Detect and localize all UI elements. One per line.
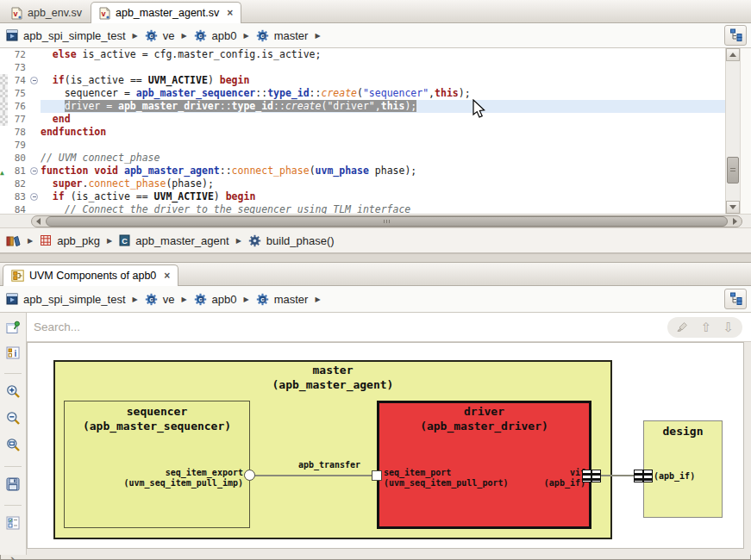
- seq-item-export-port[interactable]: [244, 470, 255, 481]
- design-if-port[interactable]: [634, 470, 653, 482]
- close-icon[interactable]: ×: [164, 271, 170, 281]
- fold-marker[interactable]: [30, 193, 38, 201]
- fold-marker[interactable]: [30, 167, 38, 175]
- chevron-right-icon[interactable]: ▶: [315, 32, 320, 40]
- tab-uvm-components[interactable]: UVM Components of apb0 ×: [3, 264, 178, 286]
- find-previous-icon[interactable]: ⇧: [701, 320, 712, 335]
- vertical-scrollbar[interactable]: [725, 48, 740, 214]
- code-text[interactable]: else is_active = cfg.master_config.is_ac…: [41, 48, 725, 61]
- chevron-right-icon[interactable]: ▶: [107, 237, 112, 245]
- tab-label: apb_master_agent.sv: [116, 7, 219, 19]
- code-text[interactable]: if(is_active == UVM_ACTIVE) begin: [41, 74, 725, 87]
- seq-item-port[interactable]: [372, 470, 382, 481]
- save-icon[interactable]: [6, 477, 20, 495]
- breadcrumb-item-apb_master_agent[interactable]: Capb_master_agent: [117, 234, 230, 247]
- line-number: 80: [8, 152, 29, 165]
- code-text[interactable]: driver = apb_master_driver::type_id::cre…: [41, 100, 725, 113]
- chevron-right-icon[interactable]: ▶: [315, 296, 320, 303]
- chevron-right-icon[interactable]: ▶: [244, 32, 249, 40]
- master-agent-title: master(apb_master_agent): [53, 363, 612, 392]
- breadcrumb-item-books[interactable]: [4, 234, 22, 246]
- toolbar-more-chevron[interactable]: ›: [10, 551, 16, 560]
- breadcrumb-item-apb_spi_simple_test[interactable]: apb_spi_simple_test: [4, 29, 128, 42]
- breadcrumb-item-build_phase()[interactable]: build_phase(): [247, 234, 336, 247]
- code-text[interactable]: endfunction: [41, 126, 725, 139]
- code-line-79[interactable]: 79: [0, 139, 725, 152]
- breadcrumb-item-master[interactable]: cmaster: [254, 29, 310, 42]
- show-details-icon[interactable]: i: [6, 346, 20, 363]
- scrollbar-track[interactable]: [726, 61, 740, 201]
- code-editor[interactable]: 72 else is_active = cfg.master_config.is…: [0, 48, 751, 214]
- zoom-in-icon[interactable]: [6, 384, 21, 402]
- code-line-81[interactable]: ▲81function void apb_master_agent::conne…: [0, 165, 725, 177]
- fold-column: [29, 177, 41, 190]
- code-line-74[interactable]: 74 if(is_active == UVM_ACTIVE) begin: [0, 74, 725, 87]
- chevron-right-icon[interactable]: ▶: [236, 237, 241, 245]
- breadcrumb-item-apb_pkg[interactable]: apb_pkg: [38, 234, 102, 247]
- code-line-78[interactable]: 78endfunction: [0, 126, 725, 139]
- code-line-80[interactable]: 80// UVM connect_phase: [0, 152, 725, 165]
- code-line-75[interactable]: 75 sequencer = apb_master_sequencer::typ…: [0, 87, 725, 100]
- chevron-right-icon[interactable]: ▶: [181, 296, 186, 303]
- horizontal-scrollbar[interactable]: [31, 215, 742, 227]
- code-line-84[interactable]: 84 // Connect the driver to the sequence…: [0, 203, 725, 214]
- clear-highlight-icon[interactable]: [676, 320, 690, 335]
- breadcrumb-item-apb0[interactable]: capb0: [192, 293, 239, 306]
- zoom-fit-icon[interactable]: [6, 438, 21, 456]
- zoom-out-icon[interactable]: [6, 411, 21, 429]
- annotation-ruler: [0, 113, 8, 126]
- find-next-icon[interactable]: ⇩: [723, 320, 734, 335]
- tab-apb-env[interactable]: v apb_env.sv: [3, 2, 91, 23]
- code-text[interactable]: function void apb_master_agent::connect_…: [41, 165, 725, 177]
- code-line-83[interactable]: 83 if (is_active == UVM_ACTIVE) begin: [0, 190, 725, 203]
- code-text[interactable]: [41, 139, 725, 152]
- chevron-right-icon[interactable]: ▶: [244, 296, 249, 303]
- pin-search-icon[interactable]: [6, 320, 21, 338]
- code-area[interactable]: 72 else is_active = cfg.master_config.is…: [0, 48, 725, 214]
- code-text[interactable]: // UVM connect_phase: [41, 152, 725, 165]
- code-text[interactable]: end: [41, 113, 725, 126]
- preferences-icon[interactable]: [6, 516, 20, 533]
- scroll-down-button[interactable]: [726, 201, 740, 214]
- code-text[interactable]: sequencer = apb_master_sequencer::type_i…: [41, 87, 725, 100]
- gearc-icon: c: [194, 29, 207, 42]
- scroll-up-button[interactable]: [726, 48, 740, 61]
- breadcrumb-item-ve[interactable]: cve: [143, 29, 177, 42]
- sash-divider[interactable]: [0, 253, 751, 263]
- scroll-left-button[interactable]: [32, 216, 45, 227]
- code-text[interactable]: // Connect the driver to the sequencer u…: [41, 203, 725, 214]
- code-text[interactable]: [41, 61, 725, 74]
- code-line-82[interactable]: 82 super.connect_phase(phase);: [0, 177, 725, 190]
- code-line-73[interactable]: 73: [0, 61, 725, 74]
- scroll-right-button[interactable]: [729, 216, 742, 227]
- code-line-76[interactable]: 76 driver = apb_master_driver::type_id::…: [0, 100, 725, 113]
- code-line-77[interactable]: 77 end: [0, 113, 725, 126]
- chevron-right-icon[interactable]: ▶: [181, 32, 186, 40]
- uvm-diagram-canvas[interactable]: master(apb_master_agent) sequencer(apb_m…: [27, 342, 744, 549]
- scrollbar-thumb[interactable]: [727, 157, 739, 184]
- hierarchy-toggle-button[interactable]: [724, 25, 747, 46]
- chevron-right-icon[interactable]: ▶: [133, 32, 138, 40]
- breadcrumb-item-master[interactable]: cmaster: [254, 293, 310, 306]
- breadcrumb-item-apb_spi_simple_test[interactable]: apb_spi_simple_test: [4, 293, 128, 306]
- code-text[interactable]: if (is_active == UVM_ACTIVE) begin: [41, 190, 725, 203]
- breadcrumb-item-ve[interactable]: cve: [143, 293, 177, 306]
- annotation-ruler: [0, 203, 8, 214]
- close-icon[interactable]: ×: [227, 8, 233, 18]
- gearc-icon: c: [145, 293, 158, 306]
- search-bar[interactable]: Search... ⇧ ⇩: [27, 313, 751, 342]
- breadcrumb-item-apb0[interactable]: capb0: [192, 29, 239, 42]
- test-icon: [6, 293, 18, 305]
- line-number: 81: [8, 165, 29, 177]
- chevron-right-icon[interactable]: ▶: [28, 237, 33, 245]
- search-input[interactable]: Search...: [27, 320, 80, 333]
- tab-apb-master-agent[interactable]: v apb_master_agent.sv ×: [91, 2, 241, 23]
- scrollbar-thumb[interactable]: [46, 216, 728, 227]
- vif-port[interactable]: [582, 470, 601, 482]
- fold-marker[interactable]: [30, 77, 38, 84]
- chevron-right-icon[interactable]: ▶: [133, 296, 138, 303]
- breadcrumb-label: apb_spi_simple_test: [23, 293, 126, 306]
- code-text[interactable]: super.connect_phase(phase);: [41, 177, 725, 190]
- hierarchy-toggle-button[interactable]: [724, 289, 747, 309]
- code-line-72[interactable]: 72 else is_active = cfg.master_config.is…: [0, 48, 725, 61]
